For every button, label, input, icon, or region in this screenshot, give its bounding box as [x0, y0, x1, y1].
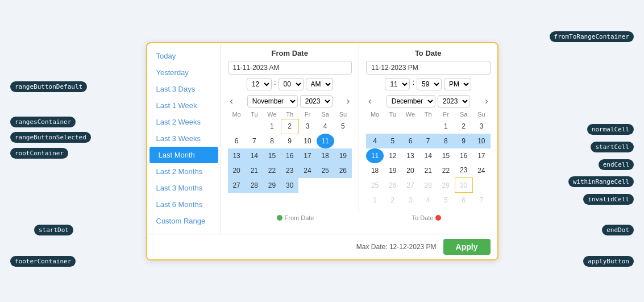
to-year-select[interactable]: 2023 2024: [438, 95, 470, 107]
table-row[interactable]: 19: [384, 163, 401, 178]
to-dot-label: To Date: [412, 214, 434, 221]
table-row[interactable]: [334, 178, 352, 193]
range-btn-today[interactable]: Today: [147, 48, 221, 64]
table-row[interactable]: 11: [366, 148, 384, 163]
table-row[interactable]: 15: [437, 148, 455, 163]
from-next-btn[interactable]: ›: [344, 96, 352, 106]
table-row[interactable]: 22: [437, 163, 455, 178]
table-row[interactable]: 3: [472, 119, 490, 134]
table-row[interactable]: 6: [401, 134, 419, 148]
table-row[interactable]: 7: [419, 134, 437, 148]
table-row[interactable]: 9: [281, 134, 298, 148]
table-row[interactable]: 4: [366, 134, 384, 148]
table-row[interactable]: 25: [317, 163, 334, 178]
from-month-select[interactable]: November JanuaryFebruaryMarch AprilMayJu…: [247, 95, 298, 107]
table-row[interactable]: 23: [281, 163, 298, 178]
table-row[interactable]: 2: [281, 119, 298, 134]
table-row[interactable]: 10: [298, 134, 316, 148]
table-row[interactable]: 8: [437, 134, 455, 148]
range-btn-lastmonth[interactable]: Last Month: [149, 147, 218, 163]
range-btn-last3days[interactable]: Last 3 Days: [147, 81, 221, 97]
table-row[interactable]: 24: [298, 163, 316, 178]
table-row[interactable]: 7: [246, 134, 263, 148]
table-row[interactable]: 29: [263, 178, 281, 193]
table-row[interactable]: 10: [472, 134, 490, 148]
table-row[interactable]: 28: [246, 178, 263, 193]
table-row[interactable]: 30: [281, 178, 298, 193]
from-minute-select[interactable]: 00 153045: [279, 78, 304, 90]
table-row[interactable]: 18: [366, 163, 384, 178]
table-row[interactable]: [384, 119, 401, 134]
table-row[interactable]: [317, 178, 334, 193]
table-row[interactable]: 17: [298, 148, 316, 163]
table-row: 2: [384, 193, 401, 208]
from-prev-btn[interactable]: ‹: [228, 96, 235, 106]
table-row[interactable]: [228, 119, 246, 134]
to-prev-btn[interactable]: ‹: [366, 96, 373, 106]
table-row[interactable]: 18: [317, 148, 334, 163]
table-row[interactable]: 1: [437, 119, 455, 134]
applyButton[interactable]: Apply: [443, 239, 491, 255]
from-year-select[interactable]: 2023 20222024: [300, 95, 333, 107]
range-btn-last3months[interactable]: Last 3 Months: [147, 180, 221, 196]
table-row[interactable]: 16: [281, 148, 298, 163]
from-th-su: Su: [334, 110, 352, 119]
table-row[interactable]: 24: [472, 163, 490, 178]
table-row[interactable]: 21: [419, 163, 437, 178]
table-row[interactable]: 14: [246, 148, 263, 163]
max-date-text: Max Date: 12-12-2023 PM: [356, 243, 437, 251]
table-row[interactable]: [472, 178, 490, 193]
table-row[interactable]: [246, 119, 263, 134]
table-row[interactable]: 17: [472, 148, 490, 163]
table-row[interactable]: 1: [263, 119, 281, 134]
table-row[interactable]: 11: [317, 134, 334, 148]
table-row[interactable]: 15: [263, 148, 281, 163]
from-date-input[interactable]: [228, 61, 352, 75]
to-hour-select[interactable]: 11 121: [385, 78, 410, 90]
table-row[interactable]: [298, 178, 316, 193]
rootContainer: Today Yesterday Last 3 Days Last 1 Week …: [146, 42, 498, 260]
table-row[interactable]: 4: [317, 119, 334, 134]
table-row[interactable]: [366, 119, 384, 134]
table-row[interactable]: 14: [419, 148, 437, 163]
table-row[interactable]: 9: [455, 134, 472, 148]
range-btn-last2weeks[interactable]: Last 2 Weeks: [147, 114, 221, 130]
table-row[interactable]: 5: [384, 134, 401, 148]
table-row[interactable]: 13: [401, 148, 419, 163]
table-row[interactable]: 3: [298, 119, 316, 134]
ann-rootContainer-label: rootContainer: [10, 148, 68, 159]
range-btn-last2months[interactable]: Last 2 Months: [147, 163, 221, 180]
table-row[interactable]: 19: [334, 148, 352, 163]
table-row[interactable]: 6: [228, 134, 246, 148]
to-week5: 25 26 27 28 29 30: [366, 178, 491, 193]
table-row[interactable]: 8: [263, 134, 281, 148]
range-btn-last6months[interactable]: Last 6 Months: [147, 196, 221, 213]
range-btn-last1week[interactable]: Last 1 Week: [147, 97, 221, 114]
range-btn-customrange[interactable]: Custom Range: [147, 213, 221, 229]
table-row[interactable]: 20: [228, 163, 246, 178]
table-row[interactable]: 27: [228, 178, 246, 193]
to-ampm-select[interactable]: AM PM: [444, 78, 471, 90]
table-row[interactable]: 12: [384, 148, 401, 163]
table-row[interactable]: [334, 134, 352, 148]
to-month-select[interactable]: November December January: [387, 95, 435, 107]
table-row[interactable]: [401, 119, 419, 134]
table-row[interactable]: [419, 119, 437, 134]
table-row[interactable]: 22: [263, 163, 281, 178]
range-btn-yesterday[interactable]: Yesterday: [147, 64, 221, 81]
table-row[interactable]: 20: [401, 163, 419, 178]
range-btn-last3weeks[interactable]: Last 3 Weeks: [147, 130, 221, 147]
to-minute-select[interactable]: 59 0030: [417, 78, 442, 90]
table-row[interactable]: 13: [228, 148, 246, 163]
table-row[interactable]: 5: [334, 119, 352, 134]
from-ampm-select[interactable]: AM PM: [306, 78, 333, 90]
table-row[interactable]: 21: [246, 163, 263, 178]
from-hour-select[interactable]: 12 123: [247, 78, 272, 90]
table-row[interactable]: 16: [455, 148, 472, 163]
table-row[interactable]: 23: [455, 163, 472, 178]
to-date-input[interactable]: [366, 61, 491, 75]
table-row: 26: [384, 178, 401, 193]
table-row[interactable]: 2: [455, 119, 472, 134]
to-next-btn[interactable]: ›: [483, 96, 490, 106]
table-row[interactable]: 26: [334, 163, 352, 178]
